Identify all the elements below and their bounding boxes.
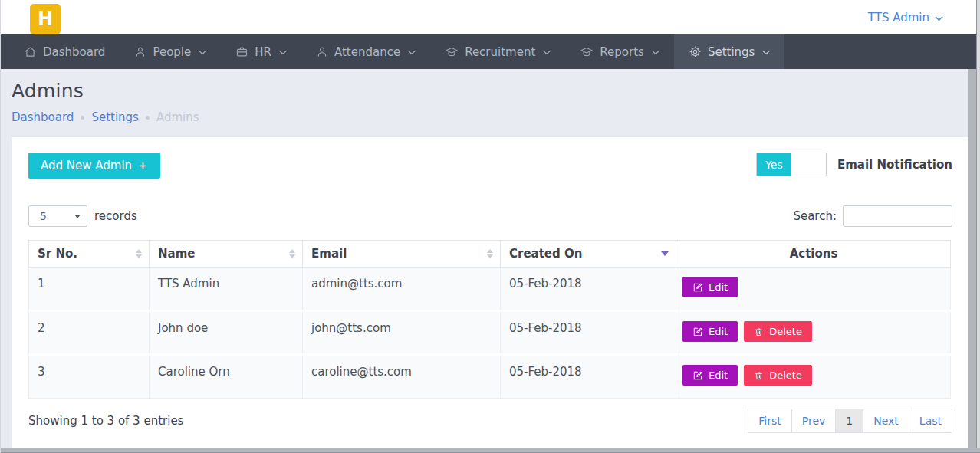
nav-item-label: Recruitment (465, 45, 535, 59)
nav-item-hr[interactable]: HR (221, 34, 301, 69)
table-row: 2John doejohn@tts.com05-Feb-2018EditDele… (29, 311, 951, 355)
add-new-admin-button[interactable]: Add New Admin (28, 153, 160, 179)
search-input[interactable] (843, 205, 952, 227)
nav-item-people[interactable]: People (120, 34, 221, 69)
edit-icon (692, 327, 703, 337)
toggle-on-label: Yes (765, 159, 783, 171)
table-footer-row: Showing 1 to 3 of 3 entries FirstPrev1Ne… (28, 409, 952, 433)
breadcrumb-item-dashboard[interactable]: Dashboard (12, 110, 74, 124)
vertical-scrollbar[interactable] (968, 69, 976, 448)
nav-item-dashboard[interactable]: Dashboard (9, 34, 120, 69)
action-button-label: Delete (769, 326, 802, 337)
records-label: records (94, 209, 137, 223)
sort-icon (136, 249, 142, 258)
created-cell: 05-Feb-2018 (501, 311, 676, 355)
column-header-created-on[interactable]: Created On (501, 241, 676, 268)
edit-icon (692, 370, 703, 381)
table-row: 3Caroline Orncaroline@tts.com05-Feb-2018… (29, 355, 951, 399)
created-cell: 05-Feb-2018 (501, 355, 676, 399)
chevron-down-icon (935, 15, 943, 21)
column-header-email[interactable]: Email (303, 241, 501, 268)
breadcrumb: DashboardSettingsAdmins (12, 110, 969, 124)
column-header-label: Email (311, 247, 347, 261)
trash-icon (754, 370, 764, 381)
app-window: H TTS Admin DashboardPeopleHRAttendanceR… (0, 0, 980, 453)
sort-icon (487, 249, 493, 258)
app-logo-letter: H (38, 8, 53, 30)
nav-item-settings[interactable]: Settings (674, 34, 785, 69)
nav-item-label: Reports (600, 45, 644, 59)
name-cell: TTS Admin (150, 268, 303, 311)
chevron-down-icon (408, 50, 416, 55)
name-cell: John doe (150, 311, 303, 355)
app-logo[interactable]: H (30, 4, 61, 34)
sort-desc-icon (661, 251, 669, 256)
actions-cell: EditDelete (676, 355, 951, 399)
admins-table: Sr No.NameEmailCreated OnActions 1TTS Ad… (28, 240, 951, 399)
page-content: Admins DashboardSettingsAdmins Add New A… (1, 69, 980, 453)
chevron-down-icon (652, 50, 659, 55)
action-button-label: Edit (709, 281, 728, 293)
records-select-value: 5 (40, 210, 47, 222)
table-row: 1TTS Adminadmin@tts.com05-Feb-2018Edit (29, 268, 951, 311)
grad-cap-icon (580, 45, 594, 58)
pagination: FirstPrev1NextLast (748, 409, 952, 433)
nav-item-label: People (153, 45, 191, 59)
breadcrumb-item-settings[interactable]: Settings (91, 110, 139, 124)
person-icon (134, 45, 146, 58)
column-header-actions: Actions (676, 241, 951, 268)
admins-card: Add New Admin Yes Email Notification (12, 137, 969, 449)
main-nav: DashboardPeopleHRAttendanceRecruitmentRe… (1, 34, 980, 69)
records-select[interactable]: 5 (28, 205, 87, 227)
nav-item-label: Attendance (334, 45, 400, 59)
entries-summary: Showing 1 to 3 of 3 entries (28, 414, 183, 428)
pagination-prev[interactable]: Prev (791, 409, 837, 433)
delete-button[interactable]: Delete (744, 321, 812, 342)
edit-button[interactable]: Edit (682, 365, 738, 386)
briefcase-icon (235, 45, 248, 58)
action-button-label: Delete (769, 369, 802, 381)
page-title: Admins (12, 80, 969, 102)
admins-table-body: 1TTS Adminadmin@tts.com05-Feb-2018Edit2J… (29, 268, 951, 399)
pagination-last[interactable]: Last (909, 409, 952, 433)
trash-icon (754, 327, 764, 337)
column-header-sr-no-[interactable]: Sr No. (29, 241, 150, 268)
email-cell: caroline@tts.com (303, 355, 501, 399)
breadcrumb-separator (81, 116, 84, 120)
actions-cell: Edit (676, 268, 951, 311)
records-per-page: 5 records (28, 205, 137, 227)
edit-button[interactable]: Edit (682, 321, 738, 342)
pagination-next[interactable]: Next (863, 409, 909, 433)
select-arrow-icon (74, 215, 81, 218)
edit-button[interactable]: Edit (682, 277, 738, 297)
pagination-1[interactable]: 1 (835, 409, 863, 433)
nav-item-attendance[interactable]: Attendance (301, 34, 430, 69)
email-cell: john@tts.com (303, 311, 501, 355)
email-cell: admin@tts.com (303, 268, 501, 311)
nav-item-recruitment[interactable]: Recruitment (430, 34, 565, 69)
search-control: Search: (793, 205, 952, 227)
chevron-down-icon (279, 50, 287, 55)
nav-item-label: HR (255, 45, 271, 59)
nav-item-label: Dashboard (43, 45, 105, 59)
home-icon (24, 45, 37, 58)
delete-button[interactable]: Delete (744, 365, 812, 386)
gear-icon (689, 45, 702, 58)
email-notification-toggle[interactable]: Yes (756, 153, 827, 176)
vertical-scrollbar-track (976, 0, 980, 453)
user-menu-label: TTS Admin (868, 11, 929, 25)
pagination-first[interactable]: First (748, 409, 791, 433)
user-menu[interactable]: TTS Admin (868, 11, 943, 25)
toggle-on-segment: Yes (757, 153, 791, 176)
column-header-label: Sr No. (38, 247, 77, 261)
email-notification-label: Email Notification (837, 158, 952, 172)
nav-item-label: Settings (708, 45, 755, 59)
created-cell: 05-Feb-2018 (501, 268, 676, 311)
action-button-label: Edit (709, 369, 728, 381)
breadcrumb-separator (146, 116, 150, 120)
sr-cell: 2 (29, 311, 150, 355)
person-icon (316, 45, 328, 58)
grad-cap-icon (445, 45, 459, 58)
column-header-name[interactable]: Name (150, 241, 303, 268)
nav-item-reports[interactable]: Reports (565, 34, 674, 69)
